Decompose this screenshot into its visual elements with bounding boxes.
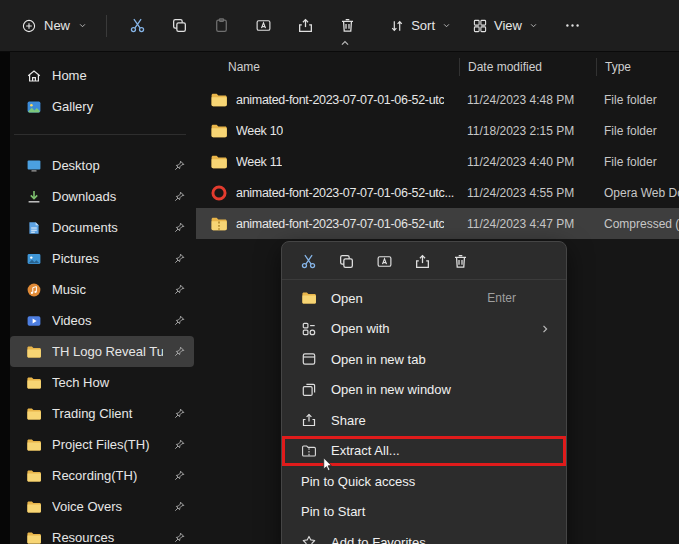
file-row[interactable]: animated-font-2023-07-07-01-06-52-utc 11… [196, 84, 679, 115]
sidebar-item-gallery[interactable]: Gallery [10, 91, 194, 122]
share-button[interactable] [286, 9, 324, 43]
sidebar-item-label: Desktop [52, 158, 163, 173]
folder-icon [210, 91, 228, 109]
extract-icon [301, 443, 317, 459]
sidebar-item-home[interactable]: Home [10, 60, 194, 91]
plus-icon [21, 18, 37, 34]
cut-button[interactable] [118, 9, 156, 43]
menu-item-open-in-new-tab[interactable]: Open in new tab [282, 344, 566, 375]
sidebar-item-desktop[interactable]: Desktop [10, 150, 194, 181]
copy-button[interactable] [160, 9, 198, 43]
folder-icon [301, 290, 317, 306]
file-name-cell: animated-font-2023-07-07-01-06-52-utc... [196, 184, 459, 202]
menu-item-open[interactable]: Open Enter [282, 283, 566, 314]
pin-icon [173, 283, 186, 296]
file-row[interactable]: animated-font-2023-07-07-01-06-52-utc...… [196, 177, 679, 208]
chevron-down-icon [528, 20, 539, 31]
pin-icon [173, 500, 186, 513]
sidebar-item-project-files-th[interactable]: Project Files(TH) [10, 429, 194, 460]
file-name-cell: Week 10 [196, 122, 459, 140]
menu-toolbar-delete[interactable] [446, 248, 474, 274]
file-row[interactable]: Week 11 11/24/2023 4:40 PM File folder [196, 146, 679, 177]
documents-icon [26, 220, 42, 236]
rename-button[interactable] [244, 9, 282, 43]
menu-item-share[interactable]: Share [282, 405, 566, 436]
new-button-label: New [44, 18, 70, 33]
file-type: File folder [596, 124, 679, 138]
pictures-icon [26, 251, 42, 267]
menu-toolbar-copy[interactable] [332, 248, 360, 274]
sidebar-item-trading-client[interactable]: Trading Client [10, 398, 194, 429]
paste-button[interactable] [202, 9, 240, 43]
view-button[interactable]: View [464, 11, 547, 41]
sidebar-item-documents[interactable]: Documents [10, 212, 194, 243]
sidebar-separator [14, 134, 186, 135]
sidebar-item-videos[interactable]: Videos [10, 305, 194, 336]
file-type: Opera Web Do [596, 186, 679, 200]
file-name: Week 11 [236, 155, 282, 169]
sort-button[interactable]: Sort [381, 11, 460, 41]
file-name: animated-font-2023-07-07-01-06-52-utc [236, 93, 444, 107]
sidebar-item-resources[interactable]: Resources [10, 522, 194, 544]
pin-icon [173, 469, 186, 482]
file-type: File folder [596, 93, 679, 107]
folder-icon [210, 153, 228, 171]
sidebar-item-downloads[interactable]: Downloads [10, 181, 194, 212]
new-tab-icon [301, 351, 317, 367]
column-header-date-modified[interactable]: Date modified [459, 58, 596, 76]
menu-item-add-to-favorites[interactable]: Add to Favorites [282, 527, 566, 544]
star-icon [301, 534, 317, 544]
column-header-type[interactable]: Type [596, 58, 679, 76]
file-type: Compressed (zi [596, 217, 679, 231]
context-menu: Open Enter Open with Open in new tab Ope… [281, 241, 567, 544]
more-options-button[interactable] [553, 9, 591, 43]
new-button[interactable]: New [12, 11, 97, 41]
scroll-up-button[interactable] [338, 36, 352, 50]
pin-icon [173, 221, 186, 234]
folder-icon [26, 437, 42, 453]
sidebar-item-label: TH Logo Reveal Tut [52, 344, 163, 359]
menu-item-label: Open in new tab [331, 352, 426, 367]
sidebar-item-voice-overs[interactable]: Voice Overs [10, 491, 194, 522]
sidebar-item-label: Resources [52, 530, 163, 544]
menu-toolbar-share[interactable] [408, 248, 436, 274]
sidebar-item-label: Downloads [52, 189, 163, 204]
context-menu-iconbar [282, 246, 566, 280]
column-headers: Name Date modified Type [196, 52, 679, 82]
rename-icon [255, 17, 272, 34]
file-name: animated-font-2023-07-07-01-06-52-utc [236, 217, 444, 231]
menu-item-label: Pin to Start [301, 504, 365, 519]
sidebar-item-tech-how[interactable]: Tech How [10, 367, 194, 398]
menu-toolbar-cut[interactable] [294, 248, 322, 274]
window-edge [0, 52, 10, 544]
pin-icon [173, 531, 186, 544]
sidebar-item-recording-th[interactable]: Recording(TH) [10, 460, 194, 491]
cut-icon [300, 253, 317, 270]
music-icon [26, 282, 42, 298]
zip-icon [210, 215, 228, 233]
folder-icon [26, 468, 42, 484]
menu-item-pin-to-start[interactable]: Pin to Start [282, 497, 566, 528]
view-button-label: View [494, 18, 522, 33]
pin-icon [173, 438, 186, 451]
menu-item-open-with[interactable]: Open with [282, 314, 566, 345]
menu-item-label: Share [331, 413, 366, 428]
pin-icon [173, 345, 186, 358]
submenu-chevron-icon [538, 322, 552, 336]
cut-icon [129, 17, 146, 34]
column-header-name[interactable]: Name [196, 58, 459, 76]
file-type: File folder [596, 155, 679, 169]
menu-item-open-in-new-window[interactable]: Open in new window [282, 375, 566, 406]
sidebar-item-th-logo-reveal-tut[interactable]: TH Logo Reveal Tut [10, 336, 194, 367]
gallery-icon [26, 99, 42, 115]
sidebar-item-music[interactable]: Music [10, 274, 194, 305]
pin-icon [173, 314, 186, 327]
paste-icon [213, 17, 230, 34]
file-row[interactable]: Week 10 11/18/2023 2:15 PM File folder [196, 115, 679, 146]
view-grid-icon [472, 18, 488, 34]
menu-item-label: Open [331, 291, 363, 306]
file-list: animated-font-2023-07-07-01-06-52-utc 11… [196, 84, 679, 239]
file-row[interactable]: animated-font-2023-07-07-01-06-52-utc 11… [196, 208, 679, 239]
sidebar-item-pictures[interactable]: Pictures [10, 243, 194, 274]
menu-toolbar-rename[interactable] [370, 248, 398, 274]
